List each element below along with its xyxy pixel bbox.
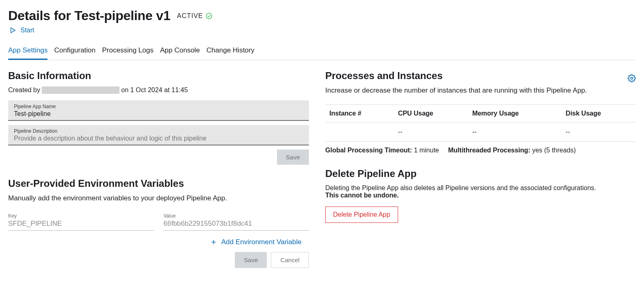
env-value-value: 66fbb6b229155073b1f8dc41 (164, 220, 309, 228)
env-key-field[interactable]: Key SFDE_PIPELINE (8, 212, 154, 231)
add-env-var-label: Add Environment Variable (221, 238, 302, 246)
delete-desc-line2: This cannot be undone. (325, 192, 399, 199)
processing-meta: Global Processing Timeout: 1 minute Mult… (325, 147, 636, 154)
delete-pipeline-button[interactable]: Delete Pipeline App (325, 206, 398, 223)
plus-icon (210, 238, 217, 246)
env-key-label: Key (8, 213, 154, 219)
svg-point-4 (631, 77, 633, 79)
pipeline-name-input[interactable] (14, 110, 303, 118)
env-heading: User-Provided Environment Variables (8, 178, 309, 189)
env-value-label: Value (164, 213, 309, 219)
col-memory: Memory Usage (468, 105, 561, 123)
processes-heading: Processes and Instances (325, 70, 443, 82)
created-prefix: Created by (8, 86, 40, 94)
multithread-label: Multithreaded Processing: (448, 147, 530, 154)
tab-configuration[interactable]: Configuration (54, 44, 95, 60)
tab-change-history[interactable]: Change History (207, 44, 254, 60)
col-instance: Instance # (325, 105, 394, 123)
pipeline-desc-input[interactable] (14, 135, 303, 142)
basic-info-heading: Basic Information (8, 70, 309, 82)
add-env-var-button[interactable]: Add Environment Variable (8, 238, 309, 246)
delete-desc: Deleting the Pipeline App also deletes a… (325, 184, 636, 199)
pipeline-name-label: Pipeline App Name (14, 104, 303, 109)
status-label: ACTIVE (177, 12, 203, 20)
cancel-env-button[interactable]: Cancel (271, 252, 309, 268)
instances-table: Instance # CPU Usage Memory Usage Disk U… (325, 104, 636, 142)
cell-cpu: -- (394, 123, 468, 142)
page-title: Details for Test-pipeline v1 (8, 8, 170, 23)
tab-processing-logs[interactable]: Processing Logs (102, 44, 154, 60)
cell-memory: -- (468, 123, 561, 142)
cell-instance (325, 123, 394, 142)
env-desc: Manually add the environment variables t… (8, 194, 309, 202)
created-by-text: Created by on 1 Oct 2024 at 11:45 (8, 86, 309, 94)
cell-disk: -- (562, 123, 636, 142)
check-circle-icon (205, 12, 213, 20)
timeout-value: 1 minute (414, 147, 439, 154)
start-button[interactable]: Start (9, 27, 636, 34)
tab-app-settings[interactable]: App Settings (8, 44, 47, 60)
save-env-button[interactable]: Save (235, 252, 267, 268)
pipeline-desc-field[interactable]: Pipeline Description (8, 125, 309, 145)
play-icon (9, 27, 16, 34)
redacted-author (42, 86, 119, 94)
pipeline-desc-label: Pipeline Description (14, 128, 303, 134)
created-suffix: on 1 Oct 2024 at 11:45 (121, 86, 188, 94)
pipeline-name-field[interactable]: Pipeline App Name (8, 100, 309, 121)
delete-desc-line1: Deleting the Pipeline App also deletes a… (325, 184, 596, 191)
env-value-field[interactable]: Value 66fbb6b229155073b1f8dc41 (164, 212, 309, 231)
delete-heading: Delete Pipeline App (325, 168, 636, 179)
col-disk: Disk Usage (562, 105, 636, 123)
svg-marker-1 (11, 28, 16, 33)
start-label: Start (20, 27, 34, 34)
svg-point-0 (207, 13, 212, 19)
multithread-value: yes (5 threads) (532, 147, 576, 154)
env-key-value: SFDE_PIPELINE (8, 220, 154, 228)
timeout-label: Global Processing Timeout: (325, 147, 412, 154)
tabs: App Settings Configuration Processing Lo… (8, 44, 636, 60)
col-cpu: CPU Usage (394, 105, 468, 123)
table-row: -- -- -- (325, 123, 636, 142)
save-basic-button[interactable]: Save (277, 150, 309, 165)
gear-icon[interactable] (628, 74, 636, 82)
processes-desc: Increase or decrease the number of insta… (325, 86, 636, 95)
tab-app-console[interactable]: App Console (160, 44, 200, 60)
status-badge: ACTIVE (177, 12, 213, 20)
